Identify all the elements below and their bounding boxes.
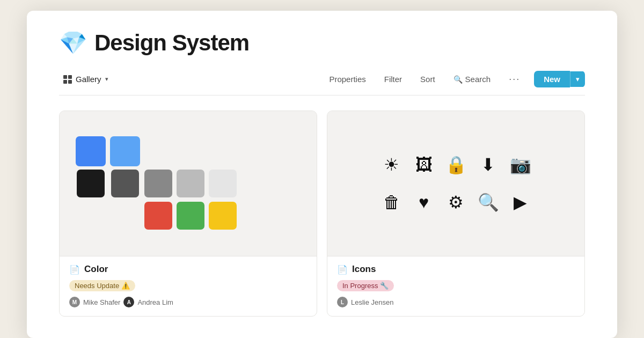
sort-button[interactable]: Sort: [416, 72, 440, 86]
icon-download: ⬇: [481, 155, 495, 175]
doc-icon-2: 📄: [337, 264, 348, 275]
new-button-group: New ▾: [534, 71, 585, 87]
gallery-grid: 📄 Color Needs Update ⚠️ M Mike Shafer A …: [27, 95, 617, 317]
properties-label: Properties: [329, 75, 365, 84]
card-color-authors: M Mike Shafer A Andrea Lim: [69, 297, 307, 307]
search-button[interactable]: 🔍 Search: [449, 72, 495, 86]
page-title: Design System: [94, 30, 249, 56]
avatar-leslie: L: [337, 297, 348, 307]
toolbar: Gallery ▾ Properties Filter Sort 🔍 Searc…: [59, 71, 585, 95]
icon-trash: 🗑: [383, 193, 400, 212]
toolbar-left: Gallery ▾: [59, 72, 113, 86]
card-icons-title: Icons: [352, 264, 376, 275]
filter-button[interactable]: Filter: [380, 72, 406, 86]
card-color-info: 📄 Color Needs Update ⚠️ M Mike Shafer A …: [60, 256, 317, 316]
card-color-title-row: 📄 Color: [69, 264, 307, 275]
more-options-button[interactable]: ···: [504, 71, 524, 87]
page-emoji: 💎: [59, 32, 87, 54]
gallery-view-toggle[interactable]: Gallery ▾: [59, 72, 113, 86]
new-button[interactable]: New: [534, 71, 570, 87]
toolbar-right: Properties Filter Sort 🔍 Search ··· New: [325, 71, 585, 87]
search-label: Search: [465, 75, 491, 84]
card-color[interactable]: 📄 Color Needs Update ⚠️ M Mike Shafer A …: [59, 111, 317, 317]
page-header: 💎 Design System Gallery ▾ Properties Fil…: [27, 11, 617, 95]
icon-gear: ⚙: [448, 192, 464, 212]
icon-camera: 📷: [510, 155, 531, 175]
filter-label: Filter: [384, 75, 402, 84]
tag-in-progress: In Progress 🔧: [337, 280, 394, 291]
new-dropdown-caret[interactable]: ▾: [570, 71, 585, 87]
gallery-icon: [63, 75, 72, 84]
gallery-label: Gallery: [76, 75, 101, 84]
search-icon: 🔍: [453, 75, 463, 84]
caret-icon: ▾: [576, 75, 580, 83]
card-icons-tags: In Progress 🔧: [337, 280, 575, 291]
app-window: 💎 Design System Gallery ▾ Properties Fil…: [27, 11, 617, 338]
card-icons-info: 📄 Icons In Progress 🔧 L Leslie Jensen: [327, 256, 584, 316]
properties-button[interactable]: Properties: [325, 72, 370, 86]
icon-play: ▶: [514, 192, 527, 212]
card-icons[interactable]: ☀ 🖼 🔒 ⬇ 📷 🗑 ♥ ⚙ 🔍 ▶ 📄 Icons: [327, 111, 585, 317]
author-andrea: Andrea Lim: [137, 298, 173, 306]
more-icon: ···: [509, 74, 520, 85]
icon-sun: ☀: [384, 155, 399, 175]
icon-image: 🖼: [415, 155, 433, 175]
author-leslie: Leslie Jensen: [351, 298, 394, 306]
sort-label: Sort: [420, 75, 435, 84]
card-color-preview: [60, 111, 317, 256]
icon-heart: ♥: [419, 193, 429, 212]
page-title-row: 💎 Design System: [59, 30, 585, 56]
card-color-tags: Needs Update ⚠️: [69, 280, 307, 291]
card-color-title: Color: [84, 264, 108, 275]
icon-search: 🔍: [478, 192, 499, 212]
avatar-mike: M: [69, 297, 80, 307]
author-mike: Mike Shafer: [83, 298, 120, 306]
card-icons-title-row: 📄 Icons: [337, 264, 575, 275]
card-icons-authors: L Leslie Jensen: [337, 297, 575, 307]
chevron-down-icon: ▾: [105, 76, 108, 83]
tag-needs-update: Needs Update ⚠️: [69, 280, 135, 291]
avatar-andrea: A: [123, 297, 134, 307]
card-icons-preview: ☀ 🖼 🔒 ⬇ 📷 🗑 ♥ ⚙ 🔍 ▶: [327, 111, 584, 256]
icon-lock: 🔒: [445, 155, 467, 175]
doc-icon: 📄: [69, 264, 80, 275]
